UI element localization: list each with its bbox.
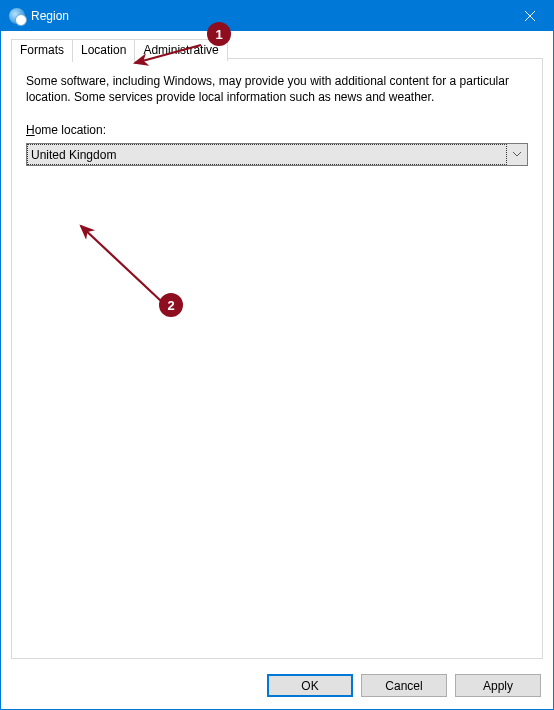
close-button[interactable] — [507, 1, 553, 31]
home-location-dropdown[interactable]: United Kingdom — [26, 143, 528, 166]
region-icon — [9, 8, 25, 24]
titlebar: Region — [1, 1, 553, 31]
dialog-buttons: OK Cancel Apply — [267, 674, 541, 697]
location-description: Some software, including Windows, may pr… — [26, 73, 528, 105]
tabpage-location: Some software, including Windows, may pr… — [11, 58, 543, 659]
tabstrip: Formats Location Administrative — [11, 37, 227, 61]
client-area: Formats Location Administrative Some sof… — [1, 31, 553, 709]
tab-location[interactable]: Location — [72, 39, 135, 62]
home-location-value: United Kingdom — [27, 144, 507, 165]
chevron-down-icon — [507, 144, 527, 165]
apply-button[interactable]: Apply — [455, 674, 541, 697]
close-icon — [525, 11, 535, 21]
tab-formats[interactable]: Formats — [11, 39, 73, 61]
region-dialog: Region Formats Location Administrative S… — [0, 0, 554, 710]
cancel-button[interactable]: Cancel — [361, 674, 447, 697]
home-location-label: Home location: — [26, 123, 528, 137]
ok-button[interactable]: OK — [267, 674, 353, 697]
window-title: Region — [31, 9, 69, 23]
tab-administrative[interactable]: Administrative — [134, 39, 227, 61]
